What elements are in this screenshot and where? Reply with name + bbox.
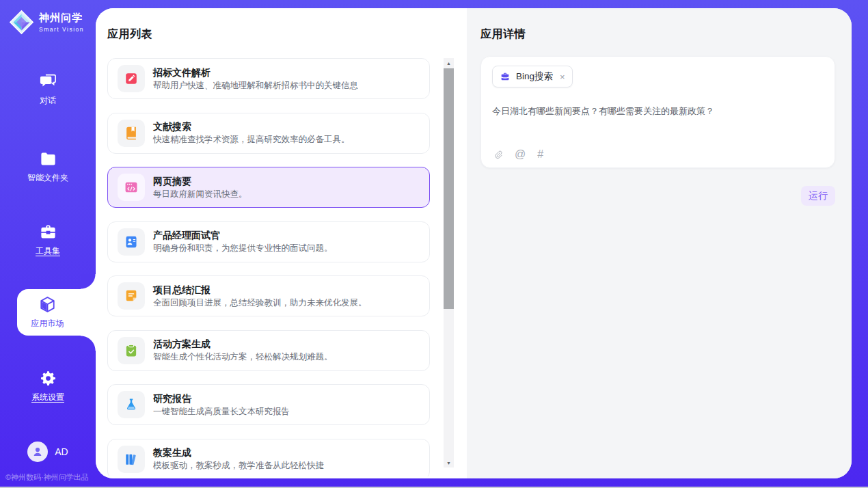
tool-tag-label: Bing搜索 bbox=[516, 70, 553, 83]
app-card[interactable]: 教案生成模板驱动，教案秒成，教学准备从此轻松快捷 bbox=[107, 439, 430, 477]
app-card-title: 活动方案生成 bbox=[153, 339, 333, 349]
paperclip-icon[interactable] bbox=[493, 150, 503, 160]
sidebar-item-toolbox[interactable]: 工具集 bbox=[0, 223, 96, 257]
app-detail-title: 应用详情 bbox=[480, 27, 526, 42]
note-icon bbox=[118, 282, 145, 310]
briefcase-icon bbox=[500, 71, 511, 82]
app-card[interactable]: 项目总结汇报全面回顾项目进展，总结经验教训，助力未来优化发展。 bbox=[107, 275, 430, 316]
sidebar-item-settings[interactable]: 系统设置 bbox=[0, 369, 96, 403]
cube-icon bbox=[38, 295, 57, 314]
app-card-desc: 快速精准查找学术资源，提高研究效率的必备工具。 bbox=[153, 135, 350, 144]
brand-diamond-icon bbox=[9, 10, 34, 35]
sidebar-item-label: 对话 bbox=[40, 95, 56, 107]
app-card-desc: 全面回顾项目进展，总结经验教训，助力未来优化发展。 bbox=[153, 299, 367, 308]
interview-icon bbox=[118, 228, 145, 256]
composer-toolbar: @# bbox=[493, 149, 543, 160]
flask-icon bbox=[118, 391, 145, 418]
app-card-title: 文献搜索 bbox=[153, 122, 350, 131]
app-detail-panel: 应用详情 Bing搜索 × 今日湖北有哪些新闻要点？有哪些需要关注的最新政策？ … bbox=[467, 8, 852, 478]
app-card[interactable]: 网页摘要每日政府新闻资讯快查。 bbox=[107, 167, 430, 208]
user-badge[interactable]: AD bbox=[0, 442, 96, 462]
scrollbar-thumb[interactable] bbox=[444, 68, 454, 309]
app-list-title: 应用列表 bbox=[107, 27, 152, 42]
book-icon bbox=[118, 120, 145, 147]
app-card-title: 项目总结汇报 bbox=[153, 285, 367, 295]
app-card-desc: 模板驱动，教案秒成，教学准备从此轻松快捷 bbox=[153, 461, 324, 470]
app-card-title: 教案生成 bbox=[153, 448, 324, 457]
close-icon[interactable]: × bbox=[560, 72, 565, 81]
chat-icon bbox=[39, 72, 57, 91]
query-text[interactable]: 今日湖北有哪些新闻要点？有哪些需要关注的最新政策？ bbox=[492, 105, 824, 118]
main-content: 应用列表 招标文件解析帮助用户快速、准确地理解和解析招标书中的关键信息文献搜索快… bbox=[96, 8, 852, 478]
edit-doc-icon bbox=[118, 65, 145, 92]
gear-icon bbox=[39, 369, 57, 388]
clipboard-check-icon bbox=[118, 337, 145, 364]
app-window: 神州问学 Smart Vision 对话智能文件夹工具集应用市场系统设置 AD … bbox=[0, 0, 868, 488]
folder-icon bbox=[39, 150, 57, 168]
brand-logo: 神州问学 Smart Vision bbox=[9, 10, 84, 35]
copyright: ©神州数码·神州问学出品 bbox=[5, 472, 89, 483]
app-card-title: 招标文件解析 bbox=[153, 68, 358, 77]
sidebar-item-label: 工具集 bbox=[36, 245, 60, 257]
app-card-title: 产品经理面试官 bbox=[153, 230, 333, 240]
sidebar-item-label: 系统设置 bbox=[31, 392, 64, 403]
sidebar-item-folder[interactable]: 智能文件夹 bbox=[0, 150, 96, 184]
app-card[interactable]: 产品经理面试官明确身份和职责，为您提供专业性的面试问题。 bbox=[107, 221, 430, 262]
sidebar: 神州问学 Smart Vision 对话智能文件夹工具集应用市场系统设置 AD … bbox=[0, 0, 96, 488]
sidebar-item-label: 智能文件夹 bbox=[27, 172, 68, 184]
app-card[interactable]: 文献搜索快速精准查找学术资源，提高研究效率的必备工具。 bbox=[107, 113, 430, 154]
app-card[interactable]: 活动方案生成智能生成个性化活动方案，轻松解决规划难题。 bbox=[107, 330, 430, 371]
app-list: 招标文件解析帮助用户快速、准确地理解和解析招标书中的关键信息文献搜索快速精准查找… bbox=[107, 58, 430, 476]
brand-subtitle: Smart Vision bbox=[39, 26, 84, 33]
app-card[interactable]: 研究报告一键智能生成高质量长文本研究报告 bbox=[107, 384, 430, 425]
user-initials: AD bbox=[55, 446, 68, 457]
hash-icon[interactable]: # bbox=[537, 149, 543, 160]
sidebar-item-label: 应用市场 bbox=[31, 318, 64, 329]
app-list-panel: 应用列表 招标文件解析帮助用户快速、准确地理解和解析招标书中的关键信息文献搜索快… bbox=[96, 8, 467, 478]
scrollbar-up-button[interactable]: ▲ bbox=[444, 58, 454, 68]
brand-name: 神州问学 bbox=[39, 12, 84, 25]
books-icon bbox=[118, 446, 145, 473]
avatar bbox=[27, 442, 48, 462]
composer-card[interactable]: Bing搜索 × 今日湖北有哪些新闻要点？有哪些需要关注的最新政策？ @# bbox=[480, 56, 835, 168]
sidebar-item-chat[interactable]: 对话 bbox=[0, 72, 96, 107]
app-card-desc: 每日政府新闻资讯快查。 bbox=[153, 190, 247, 199]
sidebar-item-market[interactable]: 应用市场 bbox=[17, 289, 96, 336]
scrollbar[interactable]: ▲ ▼ bbox=[444, 58, 454, 467]
app-card-desc: 帮助用户快速、准确地理解和解析招标书中的关键信息 bbox=[153, 81, 358, 90]
app-card-title: 网页摘要 bbox=[153, 176, 247, 186]
scrollbar-down-button[interactable]: ▼ bbox=[444, 458, 454, 467]
app-card-title: 研究报告 bbox=[153, 394, 290, 403]
run-button[interactable]: 运行 bbox=[801, 186, 835, 206]
toolbox-icon bbox=[39, 223, 57, 241]
app-card-desc: 智能生成个性化活动方案，轻松解决规划难题。 bbox=[153, 353, 333, 362]
app-card[interactable]: 招标文件解析帮助用户快速、准确地理解和解析招标书中的关键信息 bbox=[107, 58, 430, 99]
app-card-desc: 明确身份和职责，为您提供专业性的面试问题。 bbox=[153, 244, 333, 253]
browser-icon bbox=[118, 174, 145, 201]
app-card-desc: 一键智能生成高质量长文本研究报告 bbox=[153, 407, 290, 416]
tool-tag[interactable]: Bing搜索 × bbox=[492, 66, 573, 87]
at-icon[interactable]: @ bbox=[515, 149, 526, 160]
